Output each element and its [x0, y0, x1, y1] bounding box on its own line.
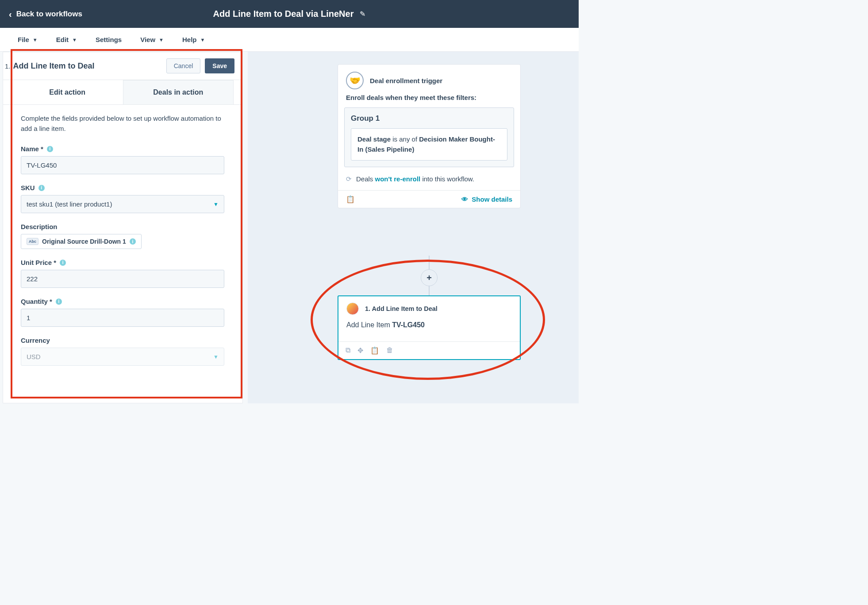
filter-property: Deal stage	[357, 135, 391, 143]
action-body-bold: TV-LG450	[392, 321, 425, 329]
sku-selected-value: test sku1 (test liner product1)	[27, 200, 112, 208]
info-icon[interactable]: i	[130, 238, 136, 245]
move-icon[interactable]: ✥	[357, 346, 363, 355]
sku-label: SKU	[21, 184, 35, 191]
menu-settings[interactable]: Settings	[96, 36, 122, 43]
add-step-button[interactable]: +	[421, 269, 438, 286]
chevron-left-icon: ‹	[9, 10, 12, 19]
field-currency: Currency USD ▼	[21, 337, 225, 366]
show-details-link[interactable]: 👁 Show details	[461, 195, 512, 203]
menu-bar: File ▼ Edit ▼ Settings View ▼ Help ▼	[0, 28, 579, 52]
info-icon[interactable]: i	[47, 146, 53, 152]
chevron-down-icon: ▼	[72, 37, 77, 42]
reenroll-link[interactable]: won't re-enroll	[375, 175, 421, 183]
description-token[interactable]: Abc Original Source Drill-Down 1 i	[21, 234, 142, 249]
plus-icon: +	[426, 273, 432, 283]
reenroll-post: into this workflow.	[420, 175, 474, 183]
workflow-canvas[interactable]: 🤝 Deal enrollment trigger Enroll deals w…	[248, 52, 579, 403]
save-button[interactable]: Save	[205, 58, 234, 73]
step-number: 1.	[5, 62, 11, 70]
info-icon[interactable]: i	[38, 185, 45, 191]
filter-condition[interactable]: Deal stage is any of Decision Maker Boug…	[351, 128, 507, 161]
quantity-label: Quantity *	[21, 298, 52, 305]
clipboard-icon[interactable]: 📋	[346, 195, 355, 203]
panel-title: Add Line Item to Deal	[13, 61, 95, 71]
tab-edit-action[interactable]: Edit action	[12, 80, 123, 104]
field-unit-price: Unit Price * i	[21, 259, 225, 288]
panel-header: 1. Add Line Item to Deal Cancel Save	[3, 52, 242, 80]
quantity-input[interactable]	[21, 309, 224, 327]
action-card[interactable]: 1. Add Line Item to Deal Add Line Item T…	[338, 295, 521, 360]
trigger-footer: 📋 👁 Show details	[338, 190, 520, 208]
trigger-card[interactable]: 🤝 Deal enrollment trigger Enroll deals w…	[338, 64, 521, 208]
panel-tabs: Edit action Deals in action	[3, 80, 242, 105]
sku-select[interactable]: test sku1 (test liner product1) ▼	[21, 195, 224, 213]
unit-price-input[interactable]	[21, 270, 224, 288]
field-quantity: Quantity * i	[21, 298, 225, 327]
chevron-down-icon: ▼	[213, 354, 219, 360]
menu-view-label: View	[140, 36, 155, 43]
menu-file-label: File	[18, 36, 29, 43]
abc-badge-icon: Abc	[27, 238, 38, 245]
menu-help[interactable]: Help ▼	[182, 36, 205, 43]
menu-edit[interactable]: Edit ▼	[56, 36, 77, 43]
currency-selected-value: USD	[27, 353, 41, 360]
description-token-text: Original Source Drill-Down 1	[42, 238, 126, 245]
chevron-down-icon: ▼	[159, 37, 164, 42]
field-description: Description Abc Original Source Drill-Do…	[21, 223, 225, 249]
app-icon	[346, 302, 359, 315]
group-title: Group 1	[351, 114, 507, 123]
menu-settings-label: Settings	[96, 36, 122, 43]
instructions-text: Complete the fields provided below to se…	[21, 114, 225, 134]
action-editor-panel: 1. Add Line Item to Deal Cancel Save Edi…	[3, 52, 243, 403]
action-footer: ⧉ ✥ 📋 🗑	[338, 341, 520, 359]
filter-operator: is any of	[391, 135, 419, 143]
panel-body: Complete the fields provided below to se…	[3, 105, 242, 397]
eye-icon: 👁	[461, 195, 468, 203]
unit-price-label: Unit Price *	[21, 259, 56, 266]
description-label: Description	[21, 223, 58, 230]
workflow-title: Add Line Item to Deal via LineNer	[213, 9, 354, 19]
tab-deals-in-action[interactable]: Deals in action	[123, 80, 234, 104]
info-icon[interactable]: i	[56, 299, 62, 305]
field-name: Name * i	[21, 145, 225, 174]
currency-select[interactable]: USD ▼	[21, 348, 224, 366]
trigger-subtitle: Enroll deals when they meet these filter…	[338, 94, 520, 107]
clipboard-icon[interactable]: 📋	[370, 346, 379, 355]
reenroll-pre: Deals	[356, 175, 375, 183]
reenroll-row: ⟳ Deals won't re-enroll into this workfl…	[338, 173, 520, 190]
name-input[interactable]	[21, 156, 224, 174]
action-card-body: Add Line Item TV-LG450	[338, 318, 520, 341]
filter-group: Group 1 Deal stage is any of Decision Ma…	[344, 107, 514, 167]
header-title-wrap: Add Line Item to Deal via LineNer ✎	[213, 9, 366, 19]
refresh-icon: ⟳	[346, 175, 352, 183]
action-body-pre: Add Line Item	[346, 321, 392, 329]
chevron-down-icon: ▼	[200, 37, 205, 42]
menu-view[interactable]: View ▼	[140, 36, 164, 43]
field-sku: SKU i test sku1 (test liner product1) ▼	[21, 184, 225, 213]
chevron-down-icon: ▼	[213, 201, 219, 207]
currency-label: Currency	[21, 337, 50, 344]
copy-icon[interactable]: ⧉	[346, 346, 350, 355]
menu-help-label: Help	[182, 36, 197, 43]
info-icon[interactable]: i	[60, 260, 66, 266]
back-label: Back to workflows	[16, 10, 82, 19]
chevron-down-icon: ▼	[33, 37, 38, 42]
menu-edit-label: Edit	[56, 36, 69, 43]
menu-file[interactable]: File ▼	[18, 36, 38, 43]
show-details-label: Show details	[472, 195, 512, 203]
cancel-button[interactable]: Cancel	[166, 58, 201, 73]
back-to-workflows-link[interactable]: ‹ Back to workflows	[9, 10, 82, 19]
top-header: ‹ Back to workflows Add Line Item to Dea…	[0, 0, 579, 28]
trigger-title: Deal enrollment trigger	[370, 77, 442, 84]
name-label: Name *	[21, 145, 43, 153]
edit-title-icon[interactable]: ✎	[360, 10, 365, 18]
handshake-icon: 🤝	[346, 72, 364, 89]
delete-icon[interactable]: 🗑	[386, 346, 393, 355]
action-card-title: 1. Add Line Item to Deal	[365, 305, 438, 312]
